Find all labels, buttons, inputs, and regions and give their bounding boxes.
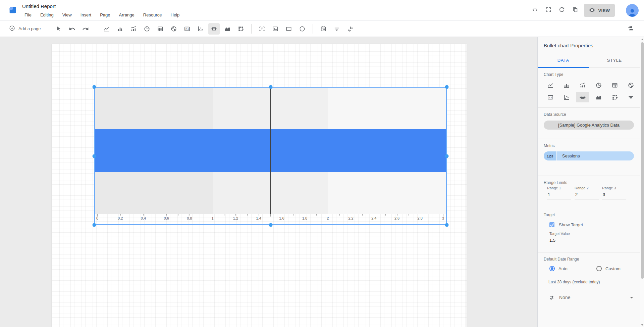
range-3-input[interactable]: 3: [602, 190, 626, 199]
area-chart-tool[interactable]: [222, 23, 233, 35]
chart-type-area-chart[interactable]: [592, 92, 605, 102]
resize-handle[interactable]: [269, 85, 272, 89]
data-control-tool[interactable]: [344, 23, 356, 35]
radio-auto[interactable]: [549, 266, 555, 271]
comparison-arrows-icon: [548, 294, 555, 302]
axis-label: 1.6: [279, 216, 284, 220]
axis-label: 1.4: [256, 216, 261, 220]
axis-tick: [235, 214, 236, 216]
chart-type-geo-chart[interactable]: [624, 80, 638, 90]
text-box-tool[interactable]: [256, 23, 268, 35]
add-page-button[interactable]: Add a page: [5, 25, 44, 33]
code-icon[interactable]: [528, 4, 542, 17]
menu-arrange[interactable]: Arrange: [115, 11, 139, 19]
rect-shape-tool[interactable]: [283, 23, 294, 35]
table-chart-tool[interactable]: [155, 23, 166, 35]
copy-icon[interactable]: [569, 4, 582, 17]
data-source-label: Data Source: [544, 112, 634, 117]
cursor-tool[interactable]: [53, 23, 64, 35]
comparison-dropdown[interactable]: None: [558, 293, 634, 303]
radio-custom[interactable]: [596, 266, 602, 271]
report-canvas[interactable]: 00.20.40.60.811.21.41.61.822.22.42.62.83: [0, 37, 537, 327]
show-target-checkbox[interactable]: [549, 222, 554, 227]
menu-insert[interactable]: Insert: [76, 11, 96, 19]
metric-pill[interactable]: 123 Sessions: [544, 151, 634, 160]
menu-editing[interactable]: Editing: [36, 11, 58, 19]
tab-data[interactable]: DATA: [538, 53, 589, 67]
resize-handle[interactable]: [445, 223, 449, 227]
image-tool[interactable]: [270, 23, 281, 35]
geo-chart-tool[interactable]: [168, 23, 179, 35]
range-2-input[interactable]: 2: [575, 190, 599, 199]
data-source-pill[interactable]: [Sample] Google Analytics Data: [544, 121, 634, 130]
header-divider: [621, 4, 621, 17]
range-1-input[interactable]: 1: [547, 190, 571, 199]
chart-type-scorecard[interactable]: 2.1: [544, 92, 557, 102]
chart-type-filter-control[interactable]: [624, 92, 638, 102]
resize-handle[interactable]: [93, 85, 96, 89]
refresh-icon[interactable]: [555, 4, 569, 17]
chart-type-combo-chart[interactable]: [576, 80, 589, 90]
resize-handle[interactable]: [93, 223, 96, 227]
scorecard-tool[interactable]: 2.1: [181, 23, 193, 35]
chart-type-bar-chart[interactable]: [560, 80, 573, 90]
resize-handle[interactable]: [445, 154, 449, 158]
scrollbar-thumb[interactable]: [641, 42, 644, 279]
resize-handle[interactable]: [93, 154, 96, 158]
axis-label: 2: [327, 216, 329, 220]
axis-tick: [132, 214, 132, 216]
oval-shape-tool[interactable]: [297, 23, 308, 35]
date-range-tool[interactable]: [318, 23, 329, 35]
resize-handle[interactable]: [269, 223, 272, 227]
menu-view[interactable]: View: [58, 11, 76, 19]
report-title[interactable]: Untitled Report: [22, 3, 56, 9]
undo-tool[interactable]: [66, 23, 78, 35]
resize-handle[interactable]: [445, 85, 449, 89]
line-chart-tool[interactable]: [101, 23, 112, 35]
menu-file[interactable]: File: [20, 11, 36, 19]
pivot-table-tool[interactable]: [235, 23, 247, 35]
axis-label: 0.4: [141, 216, 146, 220]
combo-chart-tool[interactable]: [128, 23, 139, 35]
menu-help[interactable]: Help: [166, 11, 184, 19]
target-value-input[interactable]: 1.5: [549, 236, 600, 245]
toolbar-separator: [96, 24, 96, 34]
metric-label: Metric: [544, 143, 634, 148]
avatar[interactable]: [626, 4, 639, 17]
filter-control-tool[interactable]: [331, 23, 342, 35]
menu-page[interactable]: Page: [96, 11, 114, 19]
chart-type-pivot-table[interactable]: [608, 92, 622, 102]
add-page-label: Add a page: [18, 26, 41, 31]
scroll-up-arrow[interactable]: [640, 37, 644, 42]
scroll-down-arrow[interactable]: [640, 322, 644, 327]
scatter-chart-tool[interactable]: [195, 23, 206, 35]
chart-type-table-chart[interactable]: [608, 80, 622, 90]
date-range-auto-option[interactable]: Auto: [549, 266, 596, 271]
report-page[interactable]: 00.20.40.60.811.21.41.61.822.22.42.62.83: [52, 44, 467, 327]
tab-style[interactable]: STYLE: [589, 53, 640, 67]
axis-label: 1: [212, 216, 214, 220]
chart-type-scatter-chart[interactable]: [560, 92, 573, 102]
person-add-icon[interactable]: [624, 22, 637, 36]
range-3-field: Range 3 3: [602, 186, 626, 199]
pie-chart-tool[interactable]: [141, 23, 153, 35]
date-range-custom-option[interactable]: Custom: [596, 266, 621, 271]
panel-tabs: DATA STYLE: [538, 53, 640, 68]
date-range-label: Default Date Range: [544, 257, 634, 262]
panel-scrollbar[interactable]: [640, 37, 644, 327]
redo-tool[interactable]: [80, 23, 91, 35]
chart-type-bullet-chart[interactable]: [576, 92, 589, 102]
chart-type-line-chart[interactable]: [544, 80, 557, 90]
axis-tick: [178, 214, 178, 216]
bullet-chart[interactable]: 00.20.40.60.811.21.41.61.822.22.42.62.83: [94, 87, 447, 225]
menu-resource[interactable]: Resource: [139, 11, 166, 19]
bar-chart-tool[interactable]: [114, 23, 126, 35]
bullet-chart-tool[interactable]: [208, 23, 220, 35]
axis-tick: [247, 214, 248, 216]
view-button[interactable]: VIEW: [584, 4, 615, 17]
chart-type-pie-chart[interactable]: [592, 80, 605, 90]
range-1-label: Range 1: [547, 186, 571, 190]
metric-value: Sessions: [557, 151, 634, 160]
axis-label: 0.6: [164, 216, 169, 220]
fullscreen-icon[interactable]: [542, 4, 555, 17]
